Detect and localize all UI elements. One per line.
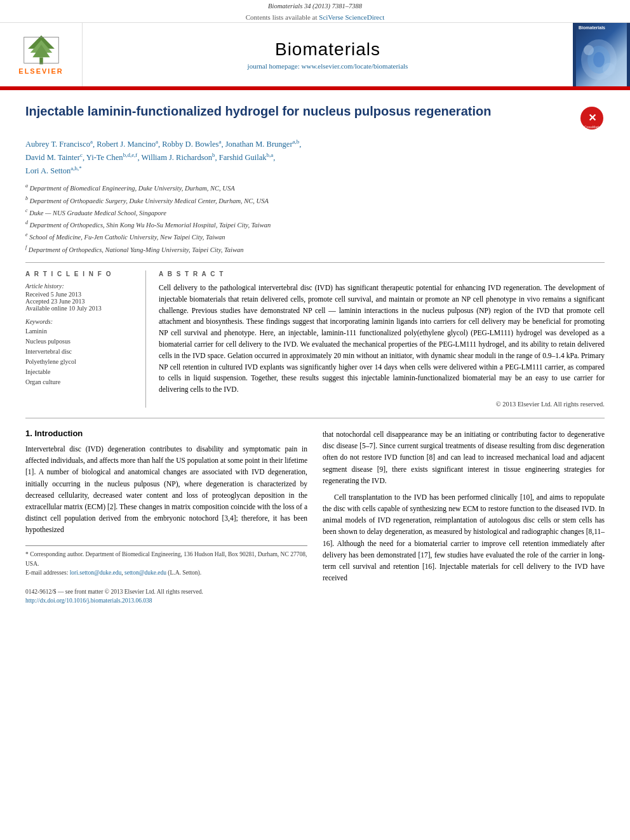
footnote-section: * Corresponding author. Department of Bi… — [25, 545, 307, 605]
affiliations-list: a Department of Biomedical Engineering, … — [25, 182, 605, 255]
author-brunger: Jonathan M. Brunger — [225, 140, 293, 149]
article-info-heading: A R T I C L E I N F O — [25, 270, 138, 277]
author-sup-richardson: b — [212, 152, 215, 158]
contents-text: Contents lists available at — [246, 13, 318, 21]
elsevier-logo: ELSEVIER — [18, 34, 63, 75]
author-sup-mancino: a — [156, 138, 158, 145]
keyword-list: Laminin Nucleus pulposus Intervertebral … — [25, 326, 138, 387]
article-columns: 1. Introduction Intervertebral disc (IVD… — [25, 429, 605, 606]
available-date: Available online 10 July 2013 — [25, 305, 138, 312]
journal-ref-bar: Biomaterials 34 (2013) 7381–7388 — [0, 0, 630, 11]
article-info-panel: A R T I C L E I N F O Article history: R… — [25, 270, 146, 408]
keywords-section: Keywords: Laminin Nucleus pulposus Inter… — [25, 318, 138, 387]
col-right: that notochordal cell disappearance may … — [323, 429, 605, 606]
crossmark-icon[interactable]: ✕ CrossMark — [579, 105, 605, 131]
elsevier-tree-icon — [19, 34, 64, 66]
author-tainter: David M. Tainter — [25, 153, 80, 162]
keyword-ivd: Intervertebral disc — [25, 347, 138, 357]
author-sup-tainter: c — [80, 152, 83, 158]
author-francisco: Aubrey T. Francisco — [25, 140, 90, 149]
cover-label: Biomaterials — [579, 25, 605, 30]
col-left: 1. Introduction Intervertebral disc (IVD… — [25, 429, 307, 606]
author-sup-guilak: b,a — [266, 152, 273, 158]
history-label: Article history: — [25, 283, 138, 290]
affiliation-a: a Department of Biomedical Engineering, … — [25, 182, 605, 193]
affiliation-b: b Department of Orthopaedic Surgery, Duk… — [25, 195, 605, 206]
affiliation-e: e School of Medicine, Fu-Jen Catholic Un… — [25, 231, 605, 242]
received-date: Received 5 June 2013 — [25, 291, 138, 298]
info-abstract-row: A R T I C L E I N F O Article history: R… — [25, 262, 605, 408]
svg-point-7 — [593, 52, 605, 67]
red-bar — [0, 86, 630, 89]
issn-line: 0142-9612/$ — see front matter © 2013 El… — [25, 587, 307, 596]
author-guilak: Farshid Guilak — [219, 153, 267, 162]
contents-bar: Contents lists available at SciVerse Sci… — [0, 11, 630, 23]
author-sup-chen: b,d,e,f — [123, 152, 138, 158]
author-chen: Yi-Te Chen — [86, 153, 123, 162]
article-body: Injectable laminin-functionalized hydrog… — [0, 90, 630, 618]
homepage-label: journal homepage: — [248, 62, 300, 70]
affiliation-d: d Department of Orthopedics, Shin Kong W… — [25, 219, 605, 230]
svg-text:CrossMark: CrossMark — [584, 125, 600, 129]
doi-link[interactable]: http://dx.doi.org/10.1016/j.biomaterials… — [25, 596, 307, 605]
biomaterials-cover-box: Biomaterials — [573, 23, 630, 86]
doi-url[interactable]: http://dx.doi.org/10.1016/j.biomaterials… — [25, 597, 152, 604]
elsevier-wordmark: ELSEVIER — [18, 67, 63, 75]
author-mancino: Robert J. Mancino — [97, 140, 156, 149]
biomaterials-cover-image: Biomaterials — [576, 23, 627, 86]
email-suffix: (L.A. Setton). — [168, 570, 201, 576]
homepage-url[interactable]: www.elsevier.com/locate/biomaterials — [302, 62, 408, 70]
affiliation-f: f Department of Orthopedics, National Ya… — [25, 244, 605, 255]
svg-point-9 — [603, 63, 615, 76]
svg-text:✕: ✕ — [588, 112, 596, 123]
author-sup-francisco: a — [90, 138, 93, 145]
abstract-text: Cell delivery to the pathological interv… — [159, 283, 605, 396]
right-paragraph-1: that notochordal cell disappearance may … — [323, 429, 605, 486]
affiliation-c: c Duke — NUS Graduate Medical School, Si… — [25, 207, 605, 218]
svg-point-8 — [584, 45, 594, 55]
sciverse-link[interactable]: SciVerse ScienceDirect — [319, 13, 384, 21]
author-bowles: Robby D. Bowles — [162, 140, 218, 149]
footnote-corresponding: * Corresponding author. Department of Bi… — [25, 550, 307, 568]
authors-list: Aubrey T. Franciscoa, Robert J. Mancinoa… — [25, 137, 605, 177]
journal-header: Biomaterials 34 (2013) 7381–7388 Content… — [0, 0, 630, 90]
right-paragraph-2: Cell transplantation to the IVD has been… — [323, 491, 605, 583]
footnote-email: E-mail addresses: lori.setton@duke.edu, … — [25, 568, 307, 577]
email-2[interactable]: setton@duke.edu — [124, 570, 166, 576]
email-label: E-mail addresses: — [25, 570, 68, 576]
email-1[interactable]: lori.setton@duke.edu — [70, 570, 122, 576]
info-abstract-divider — [25, 418, 605, 418]
journal-center: Biomaterials journal homepage: www.elsev… — [83, 23, 573, 86]
article-title: Injectable laminin-functionalized hydrog… — [25, 103, 566, 119]
keyword-laminin: Laminin — [25, 326, 138, 337]
author-setton: Lori A. Setton — [25, 166, 70, 175]
journal-ref-text: Biomaterials 34 (2013) 7381–7388 — [268, 3, 362, 10]
journal-homepage[interactable]: journal homepage: www.elsevier.com/locat… — [248, 62, 408, 70]
author-sup-bowles: a — [218, 138, 221, 145]
keyword-injectable: Injectable — [25, 367, 138, 377]
copyright-line: © 2013 Elsevier Ltd. All rights reserved… — [159, 401, 605, 408]
keyword-peg: Polyethylene glycol — [25, 357, 138, 367]
accepted-date: Accepted 23 June 2013 — [25, 298, 138, 305]
elsevier-logo-box: ELSEVIER — [0, 23, 83, 86]
keyword-np: Nucleus pulposus — [25, 337, 138, 347]
intro-heading: 1. Introduction — [25, 429, 307, 438]
keyword-organ: Organ culture — [25, 377, 138, 387]
author-richardson: William J. Richardson — [141, 153, 212, 162]
journal-banner-row: ELSEVIER Biomaterials journal homepage: … — [0, 23, 630, 86]
journal-title: Biomaterials — [275, 39, 380, 60]
abstract-heading: A B S T R A C T — [159, 270, 605, 277]
keywords-label: Keywords: — [25, 318, 138, 325]
abstract-section: A B S T R A C T Cell delivery to the pat… — [159, 270, 605, 408]
author-sup-brunger: a,b — [293, 138, 300, 145]
article-history-section: Article history: Received 5 June 2013 Ac… — [25, 283, 138, 312]
article-title-section: Injectable laminin-functionalized hydrog… — [25, 103, 605, 131]
cover-art-icon — [576, 34, 622, 85]
author-sup-setton: a,h,* — [70, 165, 82, 171]
intro-paragraph-1: Intervertebral disc (IVD) degeneration c… — [25, 443, 307, 535]
